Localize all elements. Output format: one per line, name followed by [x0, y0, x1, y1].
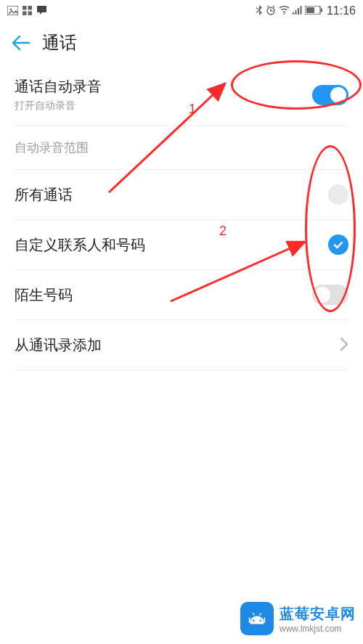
scope-section-title: 自动录音范围 — [0, 126, 363, 169]
svg-rect-8 — [293, 12, 294, 15]
svg-point-15 — [253, 620, 255, 622]
signal-icon — [293, 6, 302, 16]
watermark-url: www.lmkjst.com — [280, 624, 356, 634]
watermark-logo-icon — [240, 602, 274, 635]
status-right: 11:16 — [256, 4, 356, 17]
bluetooth-icon — [256, 5, 263, 17]
svg-rect-10 — [298, 8, 299, 15]
svg-rect-5 — [28, 11, 33, 15]
auto-record-title: 通话自动录音 — [15, 77, 102, 97]
wifi-icon — [279, 6, 290, 16]
svg-rect-13 — [306, 7, 314, 13]
gallery-icon — [7, 6, 18, 17]
svg-rect-11 — [300, 6, 301, 15]
chat-icon — [36, 5, 47, 17]
add-from-contacts-label: 从通讯录添加 — [15, 335, 102, 355]
scope-unknown-row[interactable]: 陌生号码 — [0, 270, 363, 319]
svg-rect-9 — [295, 10, 296, 15]
svg-rect-4 — [23, 11, 27, 15]
svg-rect-14 — [321, 9, 322, 12]
svg-rect-2 — [23, 6, 27, 10]
scope-all-calls-label: 所有通话 — [15, 185, 73, 205]
unknown-toggle[interactable] — [312, 285, 348, 305]
scope-custom-label: 自定义联系人和号码 — [15, 235, 145, 255]
svg-rect-18 — [264, 617, 265, 623]
add-from-contacts-row[interactable]: 从通讯录添加 — [0, 320, 363, 370]
watermark-name: 蓝莓安卓网 — [280, 604, 356, 624]
auto-record-toggle[interactable] — [312, 85, 348, 105]
back-button[interactable] — [10, 33, 30, 53]
status-left — [7, 5, 47, 17]
status-time: 11:16 — [327, 4, 356, 17]
scope-custom-row[interactable]: 自定义联系人和号码 — [0, 220, 363, 269]
grid-icon — [23, 6, 32, 17]
radio-off-icon[interactable] — [328, 184, 348, 205]
watermark: 蓝莓安卓网 www.lmkjst.com — [240, 602, 356, 635]
svg-point-1 — [10, 8, 12, 10]
scope-unknown-label: 陌生号码 — [15, 285, 73, 305]
page-title: 通话 — [42, 31, 77, 54]
svg-point-16 — [259, 620, 261, 622]
svg-rect-17 — [249, 617, 250, 623]
scope-all-calls-row[interactable]: 所有通话 — [0, 170, 363, 219]
radio-on-icon[interactable] — [328, 235, 348, 255]
svg-rect-3 — [28, 6, 33, 10]
auto-record-row[interactable]: 通话自动录音 打开自动录音 — [0, 64, 363, 126]
header: 通话 — [0, 22, 363, 64]
status-bar: 11:16 — [0, 0, 363, 22]
chevron-right-icon — [340, 333, 348, 356]
auto-record-subtitle: 打开自动录音 — [15, 99, 102, 113]
alarm-icon — [266, 5, 276, 17]
battery-icon — [305, 6, 322, 16]
svg-point-7 — [283, 13, 285, 15]
